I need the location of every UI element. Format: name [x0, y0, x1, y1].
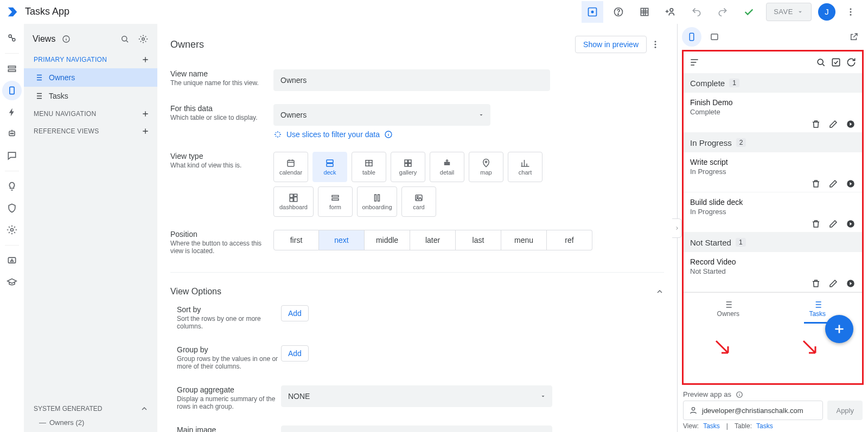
viewtype-table[interactable]: table	[352, 152, 386, 182]
position-last[interactable]: last	[456, 230, 501, 250]
info-icon[interactable]	[736, 391, 743, 398]
viewtype-dashboard[interactable]: dashboard	[273, 186, 314, 217]
viewtype-form[interactable]: form	[318, 186, 353, 217]
svg-rect-32	[405, 164, 407, 166]
rail-manage-icon[interactable]	[2, 251, 22, 270]
view-name-input[interactable]: Owners	[273, 69, 550, 91]
undo-icon[interactable]	[686, 1, 707, 23]
refresh-icon[interactable]	[846, 57, 857, 68]
add-primary-view-icon[interactable]	[141, 55, 150, 64]
viewtype-detail[interactable]: detail	[430, 152, 464, 182]
viewtype-chart[interactable]: chart	[508, 152, 542, 182]
rail-settings-icon[interactable]	[2, 220, 22, 240]
section-title: Complete	[690, 79, 725, 88]
position-next[interactable]: next	[319, 230, 365, 250]
add-group-button[interactable]: Add	[281, 345, 309, 362]
use-slices-hint[interactable]: Use slices to filter your data	[273, 130, 653, 139]
sidebar-item-owners[interactable]: Owners	[24, 68, 157, 87]
svg-point-15	[11, 133, 12, 134]
preview-toggle-icon[interactable]	[582, 1, 603, 23]
rail-automation-icon[interactable]	[2, 124, 22, 144]
nav-tab-owners[interactable]: Owners	[684, 293, 773, 324]
device-phone-icon[interactable]	[682, 27, 701, 47]
tab-label: Tasks	[809, 310, 826, 318]
phone-card[interactable]: Finish Demo Complete	[684, 93, 862, 133]
show-in-preview-button[interactable]: Show in preview	[575, 36, 647, 53]
viewtype-map[interactable]: map	[469, 152, 503, 182]
delete-icon[interactable]	[811, 119, 821, 129]
checkbox-icon[interactable]	[831, 57, 841, 68]
add-user-icon[interactable]	[660, 1, 681, 23]
viewtype-gallery[interactable]: gallery	[391, 152, 425, 182]
add-ref-view-icon[interactable]	[141, 127, 150, 136]
label-for-data: For this data Which table or slice to di…	[170, 104, 273, 139]
viewtype-card[interactable]: card	[401, 186, 436, 217]
viewtype-calendar[interactable]: calendar	[273, 152, 308, 182]
open-icon[interactable]	[846, 179, 856, 189]
sidebar-item-tasks[interactable]: Tasks	[24, 87, 157, 105]
open-icon[interactable]	[846, 279, 856, 288]
for-data-select[interactable]: Owners	[273, 104, 490, 126]
open-external-icon[interactable]	[844, 27, 864, 47]
position-first[interactable]: first	[273, 230, 319, 250]
phone-card[interactable]: Record Video Not Started	[684, 252, 862, 292]
save-button: SAVE	[766, 3, 812, 21]
field-desc: Sort the rows by one or more columns.	[177, 315, 281, 330]
delete-icon[interactable]	[811, 179, 821, 189]
delete-icon[interactable]	[811, 219, 821, 229]
position-middle[interactable]: middle	[365, 230, 410, 250]
rail-views-icon[interactable]	[2, 81, 22, 100]
more-icon[interactable]	[647, 34, 664, 55]
add-menu-view-icon[interactable]	[141, 109, 150, 118]
footer-view-link[interactable]: Tasks	[703, 422, 720, 430]
info-icon	[384, 130, 393, 139]
avatar[interactable]: J	[818, 3, 835, 21]
view-options-section[interactable]: View Options	[170, 283, 664, 300]
chevron-up-icon	[140, 404, 149, 413]
rail-home-icon[interactable]	[2, 28, 22, 48]
card-subtitle: In Progress	[690, 208, 856, 216]
edit-icon[interactable]	[828, 179, 838, 189]
edit-icon[interactable]	[828, 279, 838, 288]
open-icon[interactable]	[846, 219, 856, 229]
position-later[interactable]: later	[410, 230, 456, 250]
viewtype-onboarding[interactable]: onboarding	[357, 186, 397, 217]
expand-preview-handle[interactable]	[672, 218, 682, 238]
nav-tab-tasks[interactable]: Tasks	[773, 293, 863, 324]
grid-icon[interactable]	[634, 1, 655, 23]
edit-icon[interactable]	[828, 119, 838, 129]
more-icon[interactable]	[840, 1, 861, 23]
footer-table-link[interactable]: Tasks	[756, 422, 773, 430]
rail-learn-icon[interactable]	[2, 273, 22, 292]
main-image-select[interactable]	[281, 425, 552, 432]
menu-icon[interactable]	[689, 57, 700, 68]
search-icon[interactable]	[815, 57, 826, 68]
gear-icon[interactable]	[136, 31, 151, 47]
group-aggregate-select[interactable]: NONE	[281, 385, 552, 407]
delete-icon[interactable]	[811, 279, 821, 288]
device-tablet-icon[interactable]	[705, 27, 724, 47]
preview-user-select[interactable]: jdeveloper@christianschalk.com	[683, 401, 823, 420]
rail-intelligence-icon[interactable]	[2, 177, 22, 196]
redo-icon[interactable]	[712, 1, 733, 23]
search-icon[interactable]	[117, 31, 132, 47]
phone-card[interactable]: Build slide deck In Progress	[684, 192, 862, 233]
rail-data-icon[interactable]	[2, 59, 22, 79]
rail-security-icon[interactable]	[2, 198, 22, 218]
open-icon[interactable]	[846, 119, 856, 129]
rail-chat-icon[interactable]	[2, 146, 22, 165]
info-icon[interactable]	[59, 31, 74, 47]
edit-icon[interactable]	[828, 219, 838, 229]
position-ref[interactable]: ref	[547, 230, 592, 250]
viewtype-deck[interactable]: deck	[312, 152, 347, 182]
chevron-up-icon	[655, 287, 664, 296]
system-generated-child[interactable]: —Owners (2)	[24, 416, 157, 432]
section-system-generated[interactable]: SYSTEM GENERATED	[24, 398, 157, 416]
svg-rect-49	[711, 34, 718, 40]
help-icon[interactable]	[608, 1, 629, 23]
position-menu[interactable]: menu	[501, 230, 547, 250]
add-sort-button[interactable]: Add	[281, 305, 309, 321]
phone-card[interactable]: Write script In Progress	[684, 152, 862, 192]
check-icon[interactable]	[738, 1, 760, 23]
rail-actions-icon[interactable]	[2, 102, 22, 122]
